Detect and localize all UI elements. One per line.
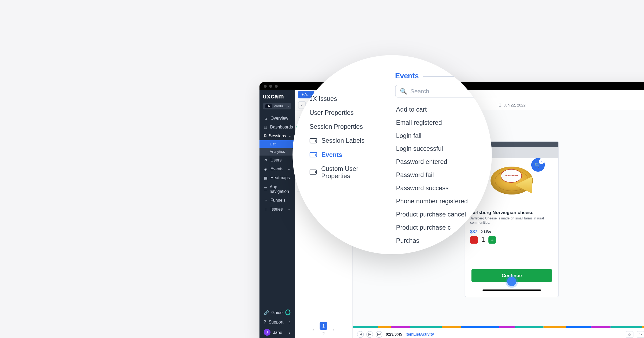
sidebar-item-guide[interactable]: 🔗 Guide <box>259 307 295 318</box>
events-header: Events <box>395 72 488 81</box>
timeline-segment[interactable] <box>591 326 610 328</box>
window-dot <box>269 84 272 87</box>
sidebar-item-dashboards[interactable]: ▦DashboardsNew <box>259 123 295 131</box>
product-description: Jarlsberg Cheese is made on small farms … <box>470 216 551 225</box>
label-icon <box>309 138 317 144</box>
nav-list: ⌂Overview▦DashboardsNew⧉Sessions⌄ListAna… <box>259 112 295 214</box>
pager-prev[interactable]: ‹ <box>309 326 317 333</box>
chevron-right-icon: › <box>289 319 290 324</box>
filter-category-custom-user-properties[interactable]: Custom User Properties <box>303 161 387 183</box>
timeline-segment[interactable] <box>410 326 442 328</box>
env-name: Productio… <box>274 104 286 108</box>
timeline-segment[interactable] <box>515 326 544 328</box>
progress-ring-icon <box>285 309 290 315</box>
event-option[interactable]: Password success <box>395 181 488 194</box>
event-option[interactable]: Login successful <box>395 142 488 155</box>
sidebar-item-support[interactable]: ? Support › <box>259 317 295 326</box>
window-dot <box>275 84 278 87</box>
event-option[interactable]: Phone number registered <box>395 194 488 208</box>
sidebar-item-users[interactable]: ⛭Users <box>259 156 295 164</box>
user-menu[interactable]: J Jane › <box>259 326 295 338</box>
sidebar-subitem-list[interactable]: List <box>259 140 295 148</box>
playback-time: 0:23/0:45 <box>386 332 402 336</box>
sidebar-item-events[interactable]: ◈Events⌄ <box>259 164 295 173</box>
filter-category-jx-issues[interactable]: JX Issues <box>303 91 387 105</box>
timeline-segment[interactable] <box>544 326 566 328</box>
search-magnifier-overlay: JX IssuesUser PropertiesSession Properti… <box>292 55 492 254</box>
nav-icon: ☰ <box>264 187 267 191</box>
continue-button[interactable]: Continue <box>471 269 552 282</box>
calendar-icon: 🗓 <box>498 103 502 107</box>
player-bar: I◀ ▶ ▶I 0:23/0:45 ItemListActivity ⎙ 1x … <box>353 327 644 338</box>
sidebar-item-app-navigation[interactable]: ☰App navigation <box>259 182 295 196</box>
nav-icon: ⛭ <box>264 158 268 162</box>
nav-icon: ▦ <box>264 125 268 129</box>
product-price: $37 <box>470 229 477 234</box>
filter-category-events[interactable]: Events <box>303 148 387 161</box>
help-icon: ? <box>264 319 266 324</box>
product-unit: 2 LBs <box>481 230 491 234</box>
search-icon: 🔍 <box>400 88 407 94</box>
filter-category-session-labels[interactable]: Session Labels <box>303 134 387 148</box>
brand-logo: uxcam <box>259 90 295 101</box>
pager-page[interactable]: 2 <box>320 330 327 337</box>
nav-icon: ▤ <box>264 176 268 180</box>
event-option[interactable]: Password entered <box>395 155 488 168</box>
timeline-segment[interactable] <box>378 326 391 328</box>
qty-decrement-button[interactable]: − <box>470 236 478 244</box>
chevron-right-icon: › <box>288 104 289 108</box>
session-date: 🗓 Jun 22, 2022 <box>498 103 526 107</box>
sidebar-item-funnels[interactable]: ▿Funnels <box>259 196 295 205</box>
timeline-segment[interactable] <box>566 326 591 328</box>
timeline-segment[interactable] <box>461 326 499 328</box>
timeline-segment[interactable] <box>499 326 515 328</box>
label-icon <box>309 152 317 157</box>
sidebar-item-sessions[interactable]: ⧉Sessions⌄ <box>259 131 295 140</box>
timeline-segments[interactable] <box>353 326 644 328</box>
sidebar-item-issues[interactable]: !Issues⌄ <box>259 205 295 214</box>
chevron-down-icon: ⌄ <box>287 207 290 211</box>
cart-badge[interactable]: 🛒 2 <box>531 158 545 172</box>
pagination: ‹ 12 › <box>295 319 352 338</box>
skip-end-button[interactable]: ▶I <box>376 331 382 337</box>
product-image: JARLSBERG <box>486 162 537 205</box>
current-activity: ItemListActivity <box>405 332 434 336</box>
user-name: Jane <box>273 330 282 335</box>
filter-categories: JX IssuesUser PropertiesSession Properti… <box>303 70 387 239</box>
link-icon: 🔗 <box>264 310 269 315</box>
timeline-segment[interactable] <box>353 326 378 328</box>
play-button[interactable]: ▶ <box>366 331 373 337</box>
skip-start-button[interactable]: I◀ <box>357 331 364 337</box>
nav-icon: ! <box>264 207 268 211</box>
chevron-down-icon: ⌄ <box>287 167 290 171</box>
nav-icon: ▿ <box>264 198 268 203</box>
tap-indicator-icon <box>507 277 517 286</box>
environment-selector[interactable]: Ux Productio… › <box>263 103 291 109</box>
speed-button[interactable]: 1x <box>637 331 644 337</box>
nav-icon: ◈ <box>264 167 268 171</box>
cart-count: 2 <box>539 159 544 164</box>
event-option[interactable]: Email registered <box>395 116 488 129</box>
nav-icon: ⌂ <box>264 116 268 120</box>
event-option[interactable]: Login fail <box>395 129 488 142</box>
sidebar: uxcam Ux Productio… › ⌂Overview▦Dashboar… <box>259 90 295 338</box>
timeline-segment[interactable] <box>610 326 642 328</box>
qty-increment-button[interactable]: + <box>488 236 496 244</box>
timeline-segment[interactable] <box>391 326 410 328</box>
sidebar-item-heatmaps[interactable]: ▤Heatmaps <box>259 173 295 182</box>
event-option[interactable]: Password fail <box>395 168 488 181</box>
timeline-segment[interactable] <box>442 326 461 328</box>
pager-next[interactable]: › <box>330 326 337 333</box>
chevron-down-icon: ⌄ <box>288 134 291 138</box>
event-option[interactable]: Add to cart <box>395 102 488 116</box>
qty-value: 1 <box>481 236 485 244</box>
window-dot <box>264 84 267 87</box>
label-icon <box>309 169 317 175</box>
pager-page[interactable]: 1 <box>320 322 327 330</box>
filter-category-session-properties[interactable]: Session Properties <box>303 120 387 134</box>
sidebar-item-overview[interactable]: ⌂Overview <box>259 113 295 122</box>
filter-category-user-properties[interactable]: User Properties <box>303 105 387 119</box>
sidebar-subitem-analytics[interactable]: Analytics <box>259 148 295 155</box>
timeline-segment[interactable] <box>642 326 644 328</box>
capture-button[interactable]: ⎙ <box>626 331 633 337</box>
